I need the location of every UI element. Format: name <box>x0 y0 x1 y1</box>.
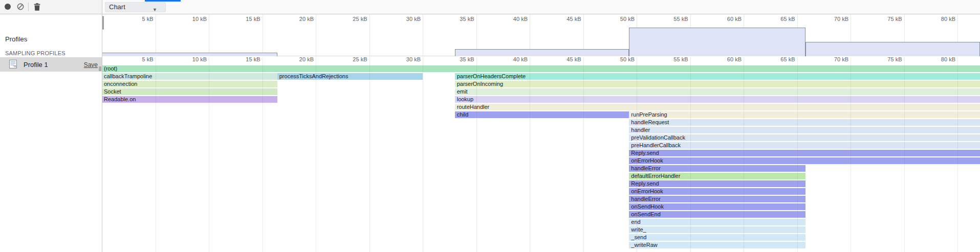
axis-tick-label: 45 kB <box>537 56 581 62</box>
flame-gridline <box>690 57 691 252</box>
axis-tick-label: 20 kB <box>270 16 314 22</box>
flame-bar-handleerror[interactable]: handleError <box>629 165 805 172</box>
flame-bar-child[interactable]: child <box>455 111 629 118</box>
flame-gridline <box>637 57 637 252</box>
axis-tick-label: 60 kB <box>698 56 742 62</box>
clear-icon[interactable] <box>17 3 24 10</box>
axis-tick-label: 15 kB <box>216 56 260 62</box>
axis-tick-label: 30 kB <box>377 56 421 62</box>
axis-tick-label: 55 kB <box>644 16 688 22</box>
axis-tick-label: 10 kB <box>163 16 207 22</box>
flame-bar-handlerequest[interactable]: handleRequest <box>629 119 980 126</box>
axis-tick-label: 45 kB <box>537 16 581 22</box>
devtools-memory-panel: Chart ▼ Profiles SAMPLING PROFILES % Pro… <box>0 0 980 252</box>
profile-item-label: Profile 1 <box>24 61 48 68</box>
overview-area-segment <box>455 49 629 56</box>
overview-gridline <box>369 14 370 56</box>
flame-bar-reply-send[interactable]: Reply.send <box>629 180 805 187</box>
axis-tick-label: 75 kB <box>858 56 902 62</box>
flame-bar-emit[interactable]: emit <box>455 88 980 95</box>
flame-bar-defaulterrorhandler[interactable]: defaultErrorHandler <box>629 173 805 179</box>
chart-select-value: Chart <box>109 3 125 11</box>
overview-gridline <box>316 14 316 56</box>
delete-profile-button[interactable] <box>33 3 41 11</box>
flame-bar-send[interactable]: _send <box>629 234 805 241</box>
profiles-section-title: Profiles <box>5 35 27 43</box>
heap-profile-icon: % <box>8 59 18 69</box>
flame-gridline <box>263 57 263 252</box>
axis-tick-label: 5 kB <box>110 56 154 62</box>
axis-tick-label: 80 kB <box>911 56 955 62</box>
overview-area-segment <box>102 53 277 56</box>
axis-tick-label: 75 kB <box>858 16 902 22</box>
flame-bar-onerrorhook[interactable]: onErrorHook <box>629 157 980 164</box>
axis-tick-label: 65 kB <box>751 56 795 62</box>
axis-tick-label: 5 kB <box>110 16 154 22</box>
overview-gridline <box>156 14 156 56</box>
overview-drag-handle[interactable] <box>102 16 104 30</box>
axis-tick-label: 80 kB <box>911 16 955 22</box>
flame-bar-prehandlercallback[interactable]: preHandlerCallback <box>629 142 980 149</box>
flame-bar-write[interactable]: write_ <box>629 226 805 233</box>
flame-gridline <box>851 57 851 252</box>
axis-tick-label: 50 kB <box>591 16 635 22</box>
toolbar: Chart ▼ <box>0 0 980 14</box>
axis-tick-label: 25 kB <box>323 16 367 22</box>
axis-tick-label: 35 kB <box>430 56 474 62</box>
save-profile-link[interactable]: Save <box>84 61 98 68</box>
flame-gridline <box>156 57 156 252</box>
flame-gridline <box>744 57 744 252</box>
axis-tick-label: 40 kB <box>484 16 528 22</box>
flame-bar-reply-send[interactable]: Reply.send <box>629 150 980 156</box>
flame-gridline <box>583 57 584 252</box>
flame-bar-writeraw[interactable]: _writeRaw <box>629 242 805 248</box>
sampling-profiles-header: SAMPLING PROFILES <box>5 50 66 56</box>
axis-tick-label: 25 kB <box>323 56 367 62</box>
axis-tick-label: 30 kB <box>377 16 421 22</box>
flame-bar-readable-on[interactable]: Readable.on <box>102 96 277 103</box>
axis-tick-label: 70 kB <box>804 16 848 22</box>
flame-bar-parseronheaderscomplete[interactable]: parserOnHeadersComplete <box>455 73 980 80</box>
flame-gridline <box>904 57 905 252</box>
flame-bar-handler[interactable]: handler <box>629 127 980 133</box>
axis-tick-label: 15 kB <box>216 16 260 22</box>
flame-bar-onconnection[interactable]: onconnection <box>102 81 277 87</box>
profiles-sidebar: Profiles SAMPLING PROFILES % Profile 1 S… <box>0 14 102 252</box>
toolbar-separator <box>28 3 29 11</box>
flame-bar-socket[interactable]: Socket <box>102 88 277 95</box>
flame-bar-onsendend[interactable]: onSendEnd <box>629 211 805 218</box>
axis-tick-label: 10 kB <box>163 56 207 62</box>
flame-bar-routehandler[interactable]: routeHandler <box>455 104 980 110</box>
svg-text:%: % <box>13 64 16 68</box>
flame-bar-root[interactable]: (root) <box>102 65 980 72</box>
flame-gridline <box>316 57 316 252</box>
flame-gridline <box>957 57 958 252</box>
flame-bar-parseronincoming[interactable]: parserOnIncoming <box>455 81 980 87</box>
overview-area-segment <box>629 28 805 56</box>
overview-gridline <box>423 14 423 56</box>
flame-bar-runpreparsing[interactable]: runPreParsing <box>629 111 980 118</box>
overview-area-segment <box>805 42 980 56</box>
flame-bar-handleerror[interactable]: handleError <box>629 196 805 202</box>
axis-tick-label: 35 kB <box>430 16 474 22</box>
flame-bar-lookup[interactable]: lookup <box>455 96 980 103</box>
flame-gridline <box>530 57 530 252</box>
chevron-down-icon: ▼ <box>153 5 157 14</box>
allocation-flame-chart: 5 kB10 kB15 kB20 kB25 kB30 kB35 kB40 kB4… <box>102 14 980 252</box>
axis-tick-label: 40 kB <box>484 56 528 62</box>
chart-view-select[interactable]: Chart ▼ <box>105 2 166 12</box>
flame-bar-callbacktrampoline[interactable]: callbackTrampoline <box>102 73 277 80</box>
axis-tick-label: 65 kB <box>751 16 795 22</box>
overview-gridline <box>209 14 209 56</box>
flame-bar-onerrorhook[interactable]: onErrorHook <box>629 188 805 195</box>
flame-bar-end[interactable]: end <box>629 219 805 225</box>
sidebar-item-profile-1[interactable]: % Profile 1 Save <box>0 57 102 72</box>
flame-gridline <box>476 57 477 252</box>
flame-bar-processticksandrejections[interactable]: processTicksAndRejections <box>277 73 423 80</box>
record-button[interactable] <box>5 4 11 10</box>
overview-gridline <box>263 14 263 56</box>
flame-bar-prevalidationcallback[interactable]: preValidationCallback <box>629 134 980 141</box>
axis-tick-label: 50 kB <box>591 56 635 62</box>
flame-gridline <box>423 57 423 252</box>
flame-bar-onsendhook[interactable]: onSendHook <box>629 203 805 210</box>
